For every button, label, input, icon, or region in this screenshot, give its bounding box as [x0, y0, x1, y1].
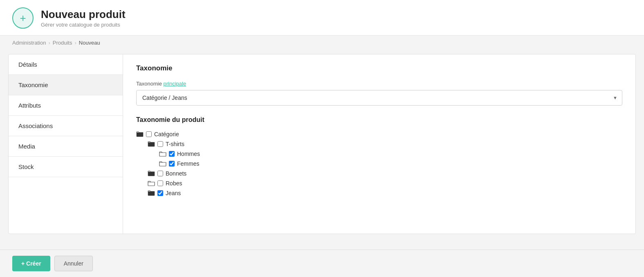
label-underline: principale [163, 81, 186, 87]
primary-taxonomy-select[interactable]: Catégorie / Jeans [136, 90, 622, 106]
tree-item-femmes: Femmes [159, 159, 622, 169]
taxonomy-tree: Catégorie T-shirts [136, 129, 622, 198]
primary-taxonomy-label: Taxonomie principale [136, 81, 622, 87]
page-subtitle: Gérer votre catalogue de produits [41, 22, 126, 28]
breadcrumb: Administration › Produits › Nouveau [0, 36, 644, 50]
label-hommes: Hommes [177, 151, 200, 157]
folder-tshirts-icon [148, 141, 155, 147]
primary-taxonomy-select-wrapper: Catégorie / Jeans [136, 90, 622, 106]
form-card: Détails Taxonomie Attributs Associations… [8, 54, 636, 234]
breadcrumb-sep-2: › [74, 40, 76, 46]
sidebar-item-attributs[interactable]: Attributs [9, 95, 123, 116]
tree-item-bonnets: Bonnets [148, 169, 622, 178]
label-femmes: Femmes [177, 160, 199, 167]
breadcrumb-admin[interactable]: Administration [12, 40, 46, 46]
tree-item-tshirts: T-shirts [148, 139, 622, 149]
page-header: + Nouveau produit Gérer votre catalogue … [0, 0, 644, 36]
label-jeans: Jeans [166, 190, 181, 196]
folder-open-icon [136, 131, 144, 137]
product-taxonomy-title: Taxonomie du produit [136, 116, 622, 124]
sidebar-item-details[interactable]: Détails [9, 54, 123, 75]
label-categorie: Catégorie [154, 131, 179, 137]
footer-bar: + Créer Annuler [0, 250, 644, 267]
sidebar-item-stock[interactable]: Stock [9, 157, 123, 177]
content-area: Taxonomie Taxonomie principale Catégorie… [123, 54, 635, 234]
label-bonnets: Bonnets [166, 170, 186, 177]
breadcrumb-current: Nouveau [79, 40, 100, 46]
checkbox-categorie[interactable] [146, 131, 152, 137]
header-icon: + [12, 7, 34, 29]
sidebar-item-media[interactable]: Media [9, 136, 123, 157]
create-button[interactable]: + Créer [12, 256, 50, 267]
sidebar: Détails Taxonomie Attributs Associations… [9, 54, 123, 234]
tree-item-hommes: Hommes [159, 149, 622, 159]
checkbox-tshirts[interactable] [157, 141, 163, 147]
checkbox-femmes[interactable] [169, 161, 175, 167]
section-title: Taxonomie [136, 64, 622, 72]
checkbox-jeans[interactable] [157, 190, 163, 196]
folder-femmes-icon [159, 161, 166, 167]
main-content: Détails Taxonomie Attributs Associations… [0, 50, 644, 267]
folder-jeans-icon [148, 190, 155, 196]
tree-item-jeans: Jeans [148, 188, 622, 198]
folder-bonnets-icon [148, 171, 155, 176]
checkbox-bonnets[interactable] [157, 171, 163, 176]
tree-item-categorie: Catégorie [136, 129, 622, 139]
tree-item-robes: Robes [148, 178, 622, 188]
label-robes: Robes [166, 180, 182, 187]
checkbox-hommes[interactable] [169, 151, 175, 157]
page-title: Nouveau produit [41, 8, 126, 21]
breadcrumb-products[interactable]: Produits [53, 40, 72, 46]
header-text: Nouveau produit Gérer votre catalogue de… [41, 8, 126, 28]
label-tshirts: T-shirts [166, 141, 184, 147]
plus-icon: + [20, 13, 26, 23]
folder-robes-icon [148, 180, 155, 186]
sidebar-item-taxonomie[interactable]: Taxonomie [9, 75, 123, 95]
checkbox-robes[interactable] [157, 180, 163, 186]
sidebar-item-associations[interactable]: Associations [9, 116, 123, 136]
cancel-button[interactable]: Annuler [54, 256, 93, 267]
breadcrumb-sep-1: › [48, 40, 50, 46]
folder-hommes-icon [159, 151, 166, 157]
